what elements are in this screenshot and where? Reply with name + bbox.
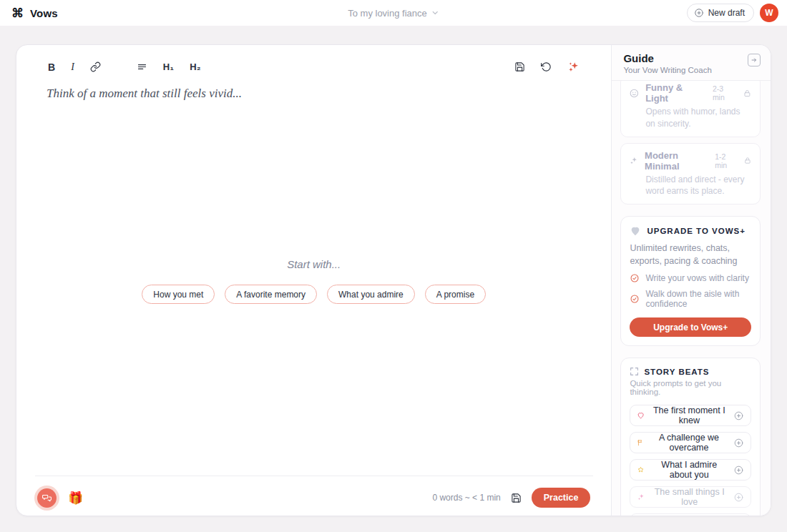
new-draft-button[interactable]: New draft (687, 4, 754, 22)
beat-label: A challenge we overcame (650, 433, 728, 453)
save-draft-button[interactable] (509, 491, 523, 505)
practice-button[interactable]: Practice (532, 488, 591, 508)
arrow-right-icon (751, 56, 758, 64)
editor-toolbar: B I H₁ H₂ (47, 59, 581, 74)
style-card-modern-minimal[interactable]: Modern Minimal 1-2 min Distilled and dir… (620, 143, 761, 205)
plus-circle-icon (733, 410, 744, 421)
beat-small-things[interactable]: The small things I love (630, 486, 751, 508)
beat-label: What I admire about you (650, 460, 728, 480)
sparkles-icon (637, 492, 645, 502)
beat-label: The first moment I knew (651, 405, 728, 425)
starter-pill-a-promise[interactable]: A promise (425, 285, 486, 304)
sparkles-icon (629, 155, 639, 166)
beat-day-everything-changed[interactable]: Day everything changed (630, 513, 751, 516)
main-card: B I H₁ H₂ (16, 44, 771, 516)
save-button[interactable] (513, 60, 527, 74)
app-logo: ⌘ Vows (11, 7, 58, 19)
heart-icon (630, 225, 641, 237)
style-card-duration: 1-2 min (715, 152, 738, 169)
new-draft-label: New draft (708, 8, 745, 18)
upgrade-benefit: Write your vows with clarity (630, 273, 751, 283)
footer-divider (35, 476, 593, 476)
benefit-label: Walk down the aisle with confidence (645, 289, 751, 309)
beat-what-i-admire[interactable]: What I admire about you (630, 459, 751, 481)
guide-header: Guide Your Vow Writing Coach (612, 45, 771, 81)
top-bar: ⌘ Vows To my loving fiance New draft W (0, 0, 787, 26)
upgrade-title: UPGRADE TO VOWS+ (647, 227, 746, 235)
beat-first-moment[interactable]: The first moment I knew (630, 405, 751, 426)
editor-placeholder: Think of a moment that still feels vivid… (47, 87, 242, 101)
guide-scroll-area[interactable]: Funny & Light 2-3 min Opens with humor, … (612, 81, 771, 516)
heart-icon (637, 410, 645, 420)
save-icon (514, 61, 525, 72)
gift-button[interactable]: 🎁 (68, 491, 83, 506)
style-card-funny-light[interactable]: Funny & Light 2-3 min Opens with humor, … (620, 81, 761, 137)
link-icon (90, 61, 101, 72)
upgrade-button[interactable]: Upgrade to Vows+ (630, 317, 751, 337)
check-circle-icon (630, 294, 640, 304)
upgrade-description: Unlimited rewrites, chats, exports, paci… (630, 242, 751, 267)
style-card-description: Distilled and direct - every word earns … (645, 174, 752, 198)
plus-circle-icon (733, 465, 744, 476)
draft-selector[interactable]: To my loving fiance (348, 0, 439, 26)
lock-icon (743, 156, 752, 165)
style-card-name: Funny & Light (645, 82, 707, 104)
check-circle-icon (630, 273, 640, 283)
starter-section: Start with... How you met A favorite mem… (16, 258, 611, 304)
sparkles-icon (567, 61, 580, 73)
style-card-description: Opens with humor, lands on sincerity. (645, 106, 752, 130)
starter-pill-what-you-admire[interactable]: What you admire (327, 285, 415, 304)
editor-footer: 🎁 0 words ~ < 1 min Practice (37, 483, 590, 513)
style-card-name: Modern Minimal (645, 150, 709, 172)
beat-label: The small things I love (651, 487, 728, 507)
chat-bubbles-icon (41, 493, 52, 503)
chevron-down-icon (431, 9, 439, 17)
app-title: Vows (30, 7, 58, 19)
story-beats-card: STORY BEATS Quick prompts to get you thi… (620, 358, 761, 516)
starter-pill-favorite-memory[interactable]: A favorite memory (225, 285, 317, 304)
collapse-panel-button[interactable] (748, 54, 761, 66)
vow-editor[interactable]: B I H₁ H₂ (16, 45, 611, 516)
link-button[interactable] (89, 60, 102, 74)
align-lines-icon (137, 61, 147, 72)
draft-selector-label: To my loving fiance (348, 8, 427, 19)
starter-pill-how-you-met[interactable]: How you met (142, 285, 215, 304)
avatar[interactable]: W (760, 4, 778, 22)
heading1-button[interactable]: H₁ (162, 60, 175, 74)
lock-icon (743, 89, 752, 98)
star-icon (637, 465, 645, 475)
benefit-label: Write your vows with clarity (645, 273, 748, 283)
beat-label: Day everything changed (651, 514, 728, 516)
style-card-duration: 2-3 min (713, 84, 737, 102)
expand-icon (630, 367, 639, 376)
plus-circle-icon (733, 492, 744, 503)
guide-subtitle: Your Vow Writing Coach (623, 66, 759, 74)
align-button[interactable] (135, 60, 149, 74)
plus-circle-icon (694, 8, 704, 18)
command-icon: ⌘ (11, 7, 24, 19)
ai-rewrite-button[interactable] (566, 59, 581, 74)
save-icon (511, 493, 522, 503)
upgrade-benefit: Walk down the aisle with confidence (630, 289, 751, 309)
smiley-icon (629, 88, 640, 99)
plus-circle-icon (733, 438, 744, 448)
italic-button[interactable]: I (69, 60, 76, 74)
heading2-button[interactable]: H₂ (188, 60, 202, 74)
story-beats-title: STORY BEATS (644, 368, 709, 376)
guide-panel: Guide Your Vow Writing Coach Funny & Lig… (611, 45, 771, 516)
start-with-label: Start with... (16, 258, 611, 270)
avatar-initial: W (765, 8, 773, 18)
beat-challenge-overcame[interactable]: A challenge we overcame (630, 432, 751, 453)
undo-icon (541, 61, 552, 72)
upgrade-card: UPGRADE TO VOWS+ Unlimited rewrites, cha… (620, 216, 761, 346)
bold-button[interactable]: B (47, 60, 57, 74)
feedback-chat-button[interactable] (37, 488, 57, 508)
undo-button[interactable] (539, 60, 553, 74)
flag-icon (637, 438, 645, 448)
guide-title: Guide (623, 52, 759, 64)
word-count: 0 words ~ < 1 min (432, 493, 500, 503)
story-beats-subtitle: Quick prompts to get you thinking. (630, 379, 751, 396)
